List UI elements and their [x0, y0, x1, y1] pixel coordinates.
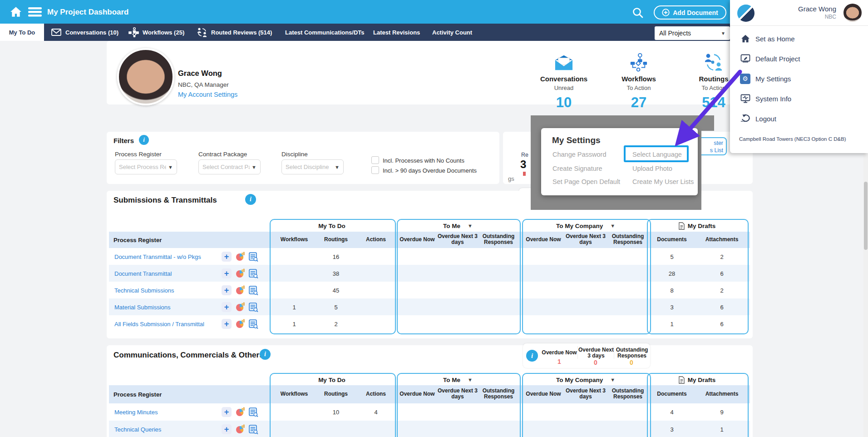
field-label: Contract Package	[198, 151, 247, 158]
menu-icon[interactable]	[28, 7, 42, 19]
chevron-down-icon[interactable]: ▼	[468, 377, 473, 382]
info-icon[interactable]: i	[526, 350, 538, 362]
draft-page-icon	[678, 376, 685, 384]
view-register-icon[interactable]	[248, 285, 258, 295]
add-icon[interactable]: +	[222, 252, 232, 262]
info-icon[interactable]: i	[139, 135, 149, 145]
view-register-icon[interactable]	[248, 268, 258, 278]
cell-routings: 10	[320, 409, 352, 416]
dashboard-pie-icon[interactable]	[235, 319, 245, 329]
add-icon[interactable]: +	[222, 424, 232, 434]
add-icon[interactable]: +	[222, 302, 232, 312]
dashboard-pie-icon[interactable]	[235, 268, 245, 278]
upload-photo-link[interactable]: Upload Photo	[632, 165, 672, 172]
view-register-icon[interactable]	[248, 302, 258, 312]
add-icon[interactable]: +	[222, 407, 232, 417]
menu-item-my-settings[interactable]: ⚙ My Settings	[730, 69, 868, 89]
group-label-to-my-company[interactable]: To My Company▼	[522, 374, 649, 386]
group-label-to-my-company[interactable]: To My Company▼	[522, 220, 649, 232]
table-row: All Fields Submission / Transmittal + 1 …	[109, 315, 750, 332]
avatar[interactable]	[843, 4, 862, 22]
chevron-down-icon[interactable]: ▼	[610, 377, 615, 382]
dashboard-pie-icon[interactable]	[235, 302, 245, 312]
outstanding-value: 0	[614, 359, 649, 366]
process-register-link[interactable]: Meeting Minutes	[114, 409, 158, 416]
routings-stat-icon	[704, 53, 724, 74]
add-icon[interactable]: +	[222, 268, 232, 278]
cell-documents: 3	[656, 303, 688, 310]
overdue-next-value: 0	[577, 359, 614, 366]
menu-item-system-info[interactable]: System Info	[730, 89, 868, 109]
stat-label: Workflows	[600, 75, 677, 83]
process-register-link[interactable]: All Fields Submission / Transmittal	[114, 320, 204, 327]
create-signature-link[interactable]: Create Signature	[552, 165, 602, 172]
column-header: Outstanding Responses	[606, 233, 650, 245]
tab-my-to-do[interactable]: My To Do	[0, 24, 44, 41]
chevron-down-icon[interactable]: ▼	[468, 223, 473, 228]
search-icon[interactable]	[632, 7, 644, 21]
dashboard-pie-icon[interactable]	[235, 424, 245, 434]
column-header: Outstanding Responses	[477, 388, 520, 400]
group-label-to-me[interactable]: To Me▼	[397, 374, 519, 386]
scrollbar-thumb[interactable]	[864, 182, 868, 250]
view-register-icon[interactable]	[248, 424, 258, 434]
chevron-down-icon[interactable]: ▼	[610, 223, 615, 228]
project-filter-select[interactable]: All Projects ▼	[655, 26, 730, 40]
tab-routed-reviews[interactable]: Routed Reviews (514)	[197, 24, 272, 41]
cut-label-fragment: Re	[521, 152, 528, 158]
tab-latest-revisions[interactable]: Latest Revisions	[373, 24, 420, 41]
process-register-link[interactable]: Material Submissions	[114, 303, 171, 310]
stat-value-conversations[interactable]: 10	[525, 94, 602, 111]
stat-value-workflows[interactable]: 27	[600, 94, 677, 111]
checkbox-no-counts[interactable]	[371, 156, 379, 164]
menu-item-default-project[interactable]: Default Project	[730, 49, 868, 69]
field-label: Process Register	[115, 151, 162, 158]
view-register-icon[interactable]	[248, 319, 258, 329]
page-title: My Project Dashboard	[47, 8, 129, 17]
discipline-select[interactable]: Select Discipline▼	[281, 159, 344, 174]
account-settings-link[interactable]: My Account Settings	[178, 91, 237, 98]
my-settings-modal: My Settings ✕ Change Password Create Sig…	[541, 128, 698, 195]
add-icon[interactable]: +	[222, 285, 232, 295]
dashboard-pie-icon[interactable]	[235, 407, 245, 417]
chevron-down-icon: ▼	[335, 164, 340, 170]
tab-latest-communications[interactable]: Latest Communications/DTs	[285, 24, 365, 41]
strip-label: Overdue Next 3 days	[577, 346, 614, 359]
menu-item-set-as-home[interactable]: Set as Home	[730, 29, 868, 49]
tab-activity-count[interactable]: Activity Count	[432, 24, 472, 41]
table-row: Document Transmittal + 38 28 6	[109, 265, 750, 282]
checkbox-label: Incl. Processes with No Counts	[383, 157, 464, 164]
tab-workflows[interactable]: Workflows (25)	[128, 24, 184, 41]
process-register-link[interactable]: Technical Submissions	[114, 287, 174, 293]
info-icon[interactable]: i	[260, 349, 271, 360]
cut-count-fragment: 3	[520, 158, 526, 171]
set-page-open-default-link[interactable]: Set Page Open Default	[552, 178, 620, 185]
close-icon[interactable]: ✕	[680, 135, 686, 145]
process-register-select[interactable]: Select Process Register▼	[115, 159, 177, 174]
view-register-icon[interactable]	[248, 407, 258, 417]
cell-documents: 3	[656, 426, 688, 433]
dashboard-pie-icon[interactable]	[235, 252, 245, 262]
home-icon[interactable]	[10, 6, 22, 19]
tab-conversations[interactable]: Conversations (10)	[51, 24, 118, 41]
dashboard-pie-icon[interactable]	[235, 285, 245, 295]
column-header: Overdue Now	[395, 237, 439, 243]
column-header: Routings	[314, 391, 358, 397]
process-register-link[interactable]: Document Transmittal	[114, 270, 172, 277]
add-document-button[interactable]: Add Document	[654, 5, 726, 20]
group-label: My To Do	[270, 220, 394, 232]
menu-item-logout[interactable]: Logout	[730, 109, 868, 129]
checkbox-overdue-90[interactable]	[371, 166, 379, 174]
process-register-link[interactable]: Document Transmittal - w/o Pkgs	[114, 253, 201, 260]
create-my-user-lists-link[interactable]: Create My User Lists	[632, 178, 694, 185]
info-icon[interactable]: i	[245, 194, 256, 205]
add-icon[interactable]: +	[222, 319, 232, 329]
group-label-to-me[interactable]: To Me▼	[397, 220, 519, 232]
change-password-link[interactable]: Change Password	[552, 151, 607, 158]
cell-routings: 45	[320, 287, 352, 293]
column-header: Overdue Next 3 days	[436, 233, 479, 245]
process-register-link[interactable]: Technical Queries	[114, 426, 161, 433]
contract-package-select[interactable]: Select Contract Package▼	[198, 159, 261, 174]
table-row: Technical Queries + 3 1	[109, 421, 750, 437]
view-register-icon[interactable]	[248, 252, 258, 262]
